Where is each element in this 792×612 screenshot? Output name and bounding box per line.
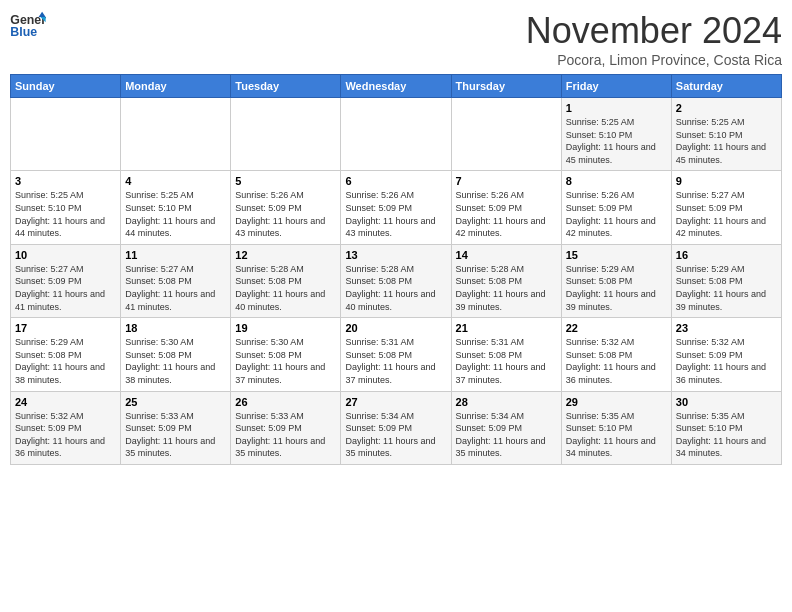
calendar-cell: 30Sunrise: 5:35 AMSunset: 5:10 PMDayligh… [671, 391, 781, 464]
day-number: 18 [125, 322, 226, 334]
day-number: 1 [566, 102, 667, 114]
weekday-header-thursday: Thursday [451, 75, 561, 98]
day-info: Sunrise: 5:30 AMSunset: 5:08 PMDaylight:… [125, 336, 226, 386]
calendar-cell: 10Sunrise: 5:27 AMSunset: 5:09 PMDayligh… [11, 244, 121, 317]
calendar-cell: 2Sunrise: 5:25 AMSunset: 5:10 PMDaylight… [671, 98, 781, 171]
day-info: Sunrise: 5:33 AMSunset: 5:09 PMDaylight:… [125, 410, 226, 460]
weekday-header-monday: Monday [121, 75, 231, 98]
calendar-cell: 23Sunrise: 5:32 AMSunset: 5:09 PMDayligh… [671, 318, 781, 391]
day-number: 23 [676, 322, 777, 334]
calendar-cell: 13Sunrise: 5:28 AMSunset: 5:08 PMDayligh… [341, 244, 451, 317]
day-number: 10 [15, 249, 116, 261]
calendar-cell: 6Sunrise: 5:26 AMSunset: 5:09 PMDaylight… [341, 171, 451, 244]
week-row-1: 1Sunrise: 5:25 AMSunset: 5:10 PMDaylight… [11, 98, 782, 171]
day-number: 21 [456, 322, 557, 334]
day-number: 27 [345, 396, 446, 408]
day-number: 13 [345, 249, 446, 261]
day-info: Sunrise: 5:25 AMSunset: 5:10 PMDaylight:… [676, 116, 777, 166]
day-info: Sunrise: 5:34 AMSunset: 5:09 PMDaylight:… [345, 410, 446, 460]
calendar-cell [451, 98, 561, 171]
calendar-cell: 1Sunrise: 5:25 AMSunset: 5:10 PMDaylight… [561, 98, 671, 171]
calendar-cell: 9Sunrise: 5:27 AMSunset: 5:09 PMDaylight… [671, 171, 781, 244]
calendar-cell: 18Sunrise: 5:30 AMSunset: 5:08 PMDayligh… [121, 318, 231, 391]
calendar-cell: 17Sunrise: 5:29 AMSunset: 5:08 PMDayligh… [11, 318, 121, 391]
day-info: Sunrise: 5:32 AMSunset: 5:09 PMDaylight:… [15, 410, 116, 460]
calendar-cell: 14Sunrise: 5:28 AMSunset: 5:08 PMDayligh… [451, 244, 561, 317]
day-info: Sunrise: 5:28 AMSunset: 5:08 PMDaylight:… [235, 263, 336, 313]
day-number: 20 [345, 322, 446, 334]
day-number: 25 [125, 396, 226, 408]
calendar-cell: 8Sunrise: 5:26 AMSunset: 5:09 PMDaylight… [561, 171, 671, 244]
day-number: 17 [15, 322, 116, 334]
day-info: Sunrise: 5:28 AMSunset: 5:08 PMDaylight:… [345, 263, 446, 313]
day-number: 30 [676, 396, 777, 408]
day-info: Sunrise: 5:28 AMSunset: 5:08 PMDaylight:… [456, 263, 557, 313]
weekday-header-saturday: Saturday [671, 75, 781, 98]
day-number: 14 [456, 249, 557, 261]
week-row-4: 17Sunrise: 5:29 AMSunset: 5:08 PMDayligh… [11, 318, 782, 391]
day-info: Sunrise: 5:27 AMSunset: 5:09 PMDaylight:… [15, 263, 116, 313]
header: General Blue November 2024 Pocora, Limon… [10, 10, 782, 68]
calendar-table: SundayMondayTuesdayWednesdayThursdayFrid… [10, 74, 782, 465]
calendar-cell: 7Sunrise: 5:26 AMSunset: 5:09 PMDaylight… [451, 171, 561, 244]
day-number: 9 [676, 175, 777, 187]
calendar-cell: 25Sunrise: 5:33 AMSunset: 5:09 PMDayligh… [121, 391, 231, 464]
calendar-cell: 24Sunrise: 5:32 AMSunset: 5:09 PMDayligh… [11, 391, 121, 464]
week-row-3: 10Sunrise: 5:27 AMSunset: 5:09 PMDayligh… [11, 244, 782, 317]
day-info: Sunrise: 5:26 AMSunset: 5:09 PMDaylight:… [235, 189, 336, 239]
day-info: Sunrise: 5:27 AMSunset: 5:09 PMDaylight:… [676, 189, 777, 239]
calendar-cell [341, 98, 451, 171]
calendar-cell: 27Sunrise: 5:34 AMSunset: 5:09 PMDayligh… [341, 391, 451, 464]
calendar-cell: 19Sunrise: 5:30 AMSunset: 5:08 PMDayligh… [231, 318, 341, 391]
day-info: Sunrise: 5:31 AMSunset: 5:08 PMDaylight:… [456, 336, 557, 386]
weekday-header-wednesday: Wednesday [341, 75, 451, 98]
weekday-header-sunday: Sunday [11, 75, 121, 98]
calendar-cell: 5Sunrise: 5:26 AMSunset: 5:09 PMDaylight… [231, 171, 341, 244]
day-info: Sunrise: 5:29 AMSunset: 5:08 PMDaylight:… [566, 263, 667, 313]
day-number: 8 [566, 175, 667, 187]
week-row-5: 24Sunrise: 5:32 AMSunset: 5:09 PMDayligh… [11, 391, 782, 464]
calendar-cell: 16Sunrise: 5:29 AMSunset: 5:08 PMDayligh… [671, 244, 781, 317]
day-info: Sunrise: 5:31 AMSunset: 5:08 PMDaylight:… [345, 336, 446, 386]
calendar-cell: 20Sunrise: 5:31 AMSunset: 5:08 PMDayligh… [341, 318, 451, 391]
calendar-cell: 4Sunrise: 5:25 AMSunset: 5:10 PMDaylight… [121, 171, 231, 244]
location: Pocora, Limon Province, Costa Rica [526, 52, 782, 68]
day-info: Sunrise: 5:25 AMSunset: 5:10 PMDaylight:… [566, 116, 667, 166]
weekday-header-friday: Friday [561, 75, 671, 98]
day-info: Sunrise: 5:32 AMSunset: 5:09 PMDaylight:… [676, 336, 777, 386]
day-info: Sunrise: 5:32 AMSunset: 5:08 PMDaylight:… [566, 336, 667, 386]
day-number: 2 [676, 102, 777, 114]
day-info: Sunrise: 5:34 AMSunset: 5:09 PMDaylight:… [456, 410, 557, 460]
calendar-cell: 28Sunrise: 5:34 AMSunset: 5:09 PMDayligh… [451, 391, 561, 464]
week-row-2: 3Sunrise: 5:25 AMSunset: 5:10 PMDaylight… [11, 171, 782, 244]
day-number: 29 [566, 396, 667, 408]
day-info: Sunrise: 5:26 AMSunset: 5:09 PMDaylight:… [456, 189, 557, 239]
day-info: Sunrise: 5:33 AMSunset: 5:09 PMDaylight:… [235, 410, 336, 460]
weekday-header-row: SundayMondayTuesdayWednesdayThursdayFrid… [11, 75, 782, 98]
day-number: 28 [456, 396, 557, 408]
day-info: Sunrise: 5:26 AMSunset: 5:09 PMDaylight:… [566, 189, 667, 239]
day-number: 6 [345, 175, 446, 187]
day-number: 3 [15, 175, 116, 187]
day-info: Sunrise: 5:25 AMSunset: 5:10 PMDaylight:… [15, 189, 116, 239]
calendar-cell: 15Sunrise: 5:29 AMSunset: 5:08 PMDayligh… [561, 244, 671, 317]
weekday-header-tuesday: Tuesday [231, 75, 341, 98]
day-info: Sunrise: 5:35 AMSunset: 5:10 PMDaylight:… [676, 410, 777, 460]
day-info: Sunrise: 5:25 AMSunset: 5:10 PMDaylight:… [125, 189, 226, 239]
day-number: 12 [235, 249, 336, 261]
calendar-cell: 22Sunrise: 5:32 AMSunset: 5:08 PMDayligh… [561, 318, 671, 391]
day-info: Sunrise: 5:29 AMSunset: 5:08 PMDaylight:… [15, 336, 116, 386]
day-info: Sunrise: 5:30 AMSunset: 5:08 PMDaylight:… [235, 336, 336, 386]
logo-icon: General Blue [10, 10, 46, 40]
svg-text:Blue: Blue [10, 25, 37, 39]
calendar-cell [231, 98, 341, 171]
day-number: 24 [15, 396, 116, 408]
day-number: 19 [235, 322, 336, 334]
day-number: 22 [566, 322, 667, 334]
day-info: Sunrise: 5:29 AMSunset: 5:08 PMDaylight:… [676, 263, 777, 313]
day-number: 16 [676, 249, 777, 261]
day-number: 26 [235, 396, 336, 408]
day-number: 15 [566, 249, 667, 261]
calendar-cell: 12Sunrise: 5:28 AMSunset: 5:08 PMDayligh… [231, 244, 341, 317]
logo: General Blue [10, 10, 46, 40]
